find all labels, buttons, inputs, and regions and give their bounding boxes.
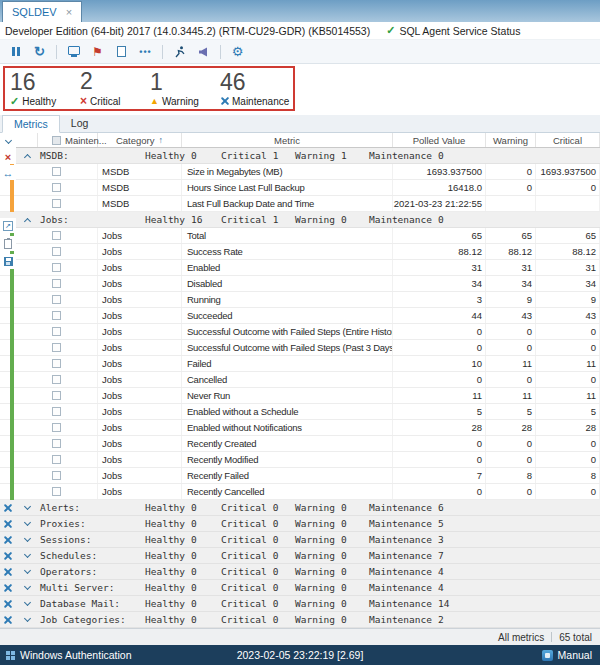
metric-row[interactable]: MSDB Last Full Backup Date and Time 2021… (0, 196, 600, 212)
maintenance-checkbox[interactable] (52, 295, 61, 304)
metric-row[interactable]: Jobs Never Run 11 11 11 (0, 388, 600, 404)
column-header-critical[interactable]: Critical (536, 133, 600, 147)
refresh-button[interactable]: ↻ (29, 42, 50, 62)
column-header-maintenance[interactable]: Mainten... (38, 133, 98, 147)
maintenance-checkbox[interactable] (52, 167, 61, 176)
maintenance-checkbox[interactable] (52, 439, 61, 448)
metric-row[interactable]: Jobs Succeeded 44 43 43 (0, 308, 600, 324)
collapsed-group-row[interactable]: Database Mail: Healthy0 Critical0 Warnin… (0, 596, 600, 612)
warning-cell (486, 196, 536, 211)
metric-row[interactable]: Jobs Successful Outcome with Failed Step… (0, 340, 600, 356)
column-header-polled-value[interactable]: Polled Value (393, 133, 486, 147)
critical-cell (536, 196, 600, 211)
maintenance-checkbox[interactable] (52, 343, 61, 352)
collapse-all-button[interactable] (0, 134, 16, 149)
maintenance-checkbox[interactable] (52, 247, 61, 256)
metric-row[interactable]: MSDB Hours Since Last Full Backup 16418.… (0, 180, 600, 196)
connection-tab-sqldev[interactable]: SQLDEV × (2, 1, 82, 22)
summary-warning: 1 ▲Warning (150, 68, 220, 109)
report-button[interactable] (111, 42, 132, 62)
expand-chevron-icon[interactable] (23, 519, 30, 526)
collapse-chevron-icon[interactable] (23, 217, 30, 224)
maintenance-checkbox[interactable] (52, 327, 61, 336)
tab-title: SQLDEV (12, 6, 57, 18)
maintenance-checkbox[interactable] (52, 263, 61, 272)
save-button[interactable] (0, 254, 16, 269)
metric-cell: Enabled (182, 260, 393, 275)
metric-row[interactable]: Jobs Enabled without Notifications 28 28… (0, 420, 600, 436)
refresh-mode[interactable]: Manual (542, 649, 592, 661)
maintenance-checkbox[interactable] (52, 423, 61, 432)
maintenance-checkbox[interactable] (52, 471, 61, 480)
pause-button[interactable] (5, 42, 26, 62)
expand-chevron-icon[interactable] (23, 567, 30, 574)
select-all-checkbox[interactable] (52, 136, 61, 145)
maintenance-checkbox[interactable] (52, 183, 61, 192)
maintenance-checkbox[interactable] (52, 407, 61, 416)
column-header-category[interactable]: Category ↑ (98, 133, 182, 147)
settings-button[interactable]: ⚙ (227, 42, 248, 62)
metric-row[interactable]: Jobs Success Rate 88.12 88.12 88.12 (0, 244, 600, 260)
maintenance-checkbox[interactable] (52, 231, 61, 240)
group-healthy: Healthy0 (145, 518, 221, 529)
announce-button[interactable] (193, 42, 214, 62)
group-row-msdb[interactable]: MSDB: Healthy0 Critical1 Warning1 Mainte… (0, 148, 600, 164)
export-button[interactable]: ↗ (0, 218, 16, 233)
collapsed-group-row[interactable]: Multi Server: Healthy0 Critical0 Warning… (0, 580, 600, 596)
group-maintenance: Maintenance0 (369, 214, 444, 225)
metric-row[interactable]: Jobs Total 65 65 65 (0, 228, 600, 244)
metric-row[interactable]: Jobs Recently Cancelled 0 0 0 (0, 484, 600, 500)
maintenance-checkbox[interactable] (52, 359, 61, 368)
collapsed-group-row[interactable]: Job Categories: Healthy0 Critical0 Warni… (0, 612, 600, 628)
grid-gutter: × ↔ ↗ (0, 133, 16, 628)
collapsed-group-row[interactable]: Alerts: Healthy0 Critical0 Warning0 Main… (0, 500, 600, 516)
filter-status: All metrics (498, 632, 544, 643)
expand-chevron-icon[interactable] (23, 615, 30, 622)
maintenance-checkbox[interactable] (52, 279, 61, 288)
maintenance-checkbox[interactable] (52, 199, 61, 208)
export-icon: ↗ (3, 221, 13, 231)
collapse-chevron-icon[interactable] (23, 153, 30, 160)
group-row-jobs[interactable]: Jobs: Healthy16 Critical1 Warning0 Maint… (0, 212, 600, 228)
metric-row[interactable]: Jobs Enabled 31 31 31 (0, 260, 600, 276)
maintenance-checkbox[interactable] (52, 311, 61, 320)
collapsed-group-row[interactable]: Proxies: Healthy0 Critical0 Warning0 Mai… (0, 516, 600, 532)
expand-chevron-icon[interactable] (23, 583, 30, 590)
more-options-button[interactable]: ••• (135, 42, 156, 62)
metric-row[interactable]: Jobs Failed 10 11 11 (0, 356, 600, 372)
metric-row[interactable]: Jobs Recently Created 0 0 0 (0, 436, 600, 452)
summary-highlight-box: 16 ✓Healthy 2 ×Critical 1 ▲Warning 46 Ma… (3, 66, 295, 111)
metric-row[interactable]: Jobs Disabled 34 34 34 (0, 276, 600, 292)
flag-button[interactable]: ⚑ (87, 42, 108, 62)
expand-chevron-icon[interactable] (23, 535, 30, 542)
metric-row[interactable]: MSDB Size in Megabytes (MB) 1693.937500 … (0, 164, 600, 180)
group-healthy: Healthy0 (145, 598, 221, 609)
tab-log[interactable]: Log (60, 114, 100, 132)
metric-row[interactable]: Jobs Recently Failed 7 8 8 (0, 468, 600, 484)
copy-button[interactable] (0, 236, 16, 251)
critical-cell: 11 (536, 388, 600, 403)
column-header-metric[interactable]: Metric (182, 133, 393, 147)
collapsed-group-row[interactable]: Schedules: Healthy0 Critical0 Warning0 M… (0, 548, 600, 564)
metric-row[interactable]: Jobs Successful Outcome with Failed Step… (0, 324, 600, 340)
tab-close-icon[interactable]: × (66, 7, 72, 18)
clear-button[interactable]: × (0, 149, 16, 164)
tab-metrics[interactable]: Metrics (2, 115, 60, 133)
maintenance-checkbox[interactable] (52, 487, 61, 496)
agent-run-button[interactable] (169, 42, 190, 62)
collapsed-group-row[interactable]: Sessions: Healthy0 Critical0 Warning0 Ma… (0, 532, 600, 548)
metric-row[interactable]: Jobs Running 3 9 9 (0, 292, 600, 308)
expand-chevron-icon[interactable] (23, 503, 30, 510)
maintenance-checkbox[interactable] (52, 375, 61, 384)
expand-chevron-icon[interactable] (23, 551, 30, 558)
monitor-button[interactable] (63, 42, 84, 62)
metric-row[interactable]: Jobs Enabled without a Schedule 5 5 5 (0, 404, 600, 420)
column-header-warning[interactable]: Warning (486, 133, 536, 147)
fit-columns-button[interactable]: ↔ (0, 165, 16, 180)
metric-row[interactable]: Jobs Cancelled 0 0 0 (0, 372, 600, 388)
expand-chevron-icon[interactable] (23, 599, 30, 606)
metric-row[interactable]: Jobs Recently Modified 0 0 0 (0, 452, 600, 468)
collapsed-group-row[interactable]: Operators: Healthy0 Critical0 Warning0 M… (0, 564, 600, 580)
maintenance-checkbox[interactable] (52, 391, 61, 400)
maintenance-checkbox[interactable] (52, 455, 61, 464)
